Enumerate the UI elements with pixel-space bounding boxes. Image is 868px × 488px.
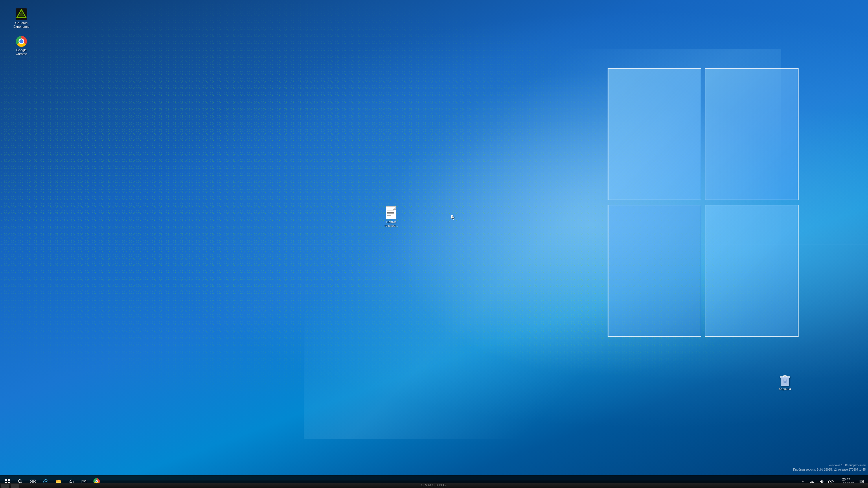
samsung-brand-label: SAMSUNG [421,483,447,487]
monitor-controls [1,484,19,488]
geforce-icon: NVIDIA [16,8,27,20]
clock-time: 20:47 [842,477,850,482]
geforce-icon-svg: NVIDIA [16,8,27,20]
text-file-label: Новыйтекстов... [384,220,398,228]
desktop-icons-area: NVIDIA GeForce Experience Google Chrome [9,5,34,60]
text-line-1 [387,210,394,211]
svg-rect-19 [33,480,35,481]
chrome-center-dot [95,480,98,483]
svg-rect-12 [5,479,7,481]
text-line-2 [387,212,394,213]
chrome-label: Google Chrome [12,48,31,56]
geforce-label: GeForce Experience [12,21,31,29]
desktop-icon-geforce[interactable]: NVIDIA GeForce Experience [11,7,32,30]
svg-text:NVIDIA: NVIDIA [18,16,25,19]
win-logo-pane-tl [608,68,701,200]
recycle-bin-svg: ♻ [779,374,791,387]
chrome-icon-wrapper [16,36,27,47]
svg-line-9 [787,380,787,385]
svg-text:♻: ♻ [784,380,786,384]
win-logo-pane-br [705,205,799,337]
desktop-recycle-bin[interactable]: ♻ Корзина [776,374,794,391]
desktop-icon-chrome[interactable]: Google Chrome [11,34,32,57]
text-file-lines [387,208,395,216]
monitor-bezel: SAMSUNG [0,483,868,488]
chrome-icon [16,36,27,47]
text-line-4 [387,215,391,216]
monitor-btn-1[interactable] [1,484,9,488]
svg-rect-13 [8,479,10,481]
text-file-icon [386,206,396,219]
desktop-text-file[interactable]: Новыйтекстов... [382,205,400,229]
desktop-screen: NVIDIA GeForce Experience Google Chrome … [0,0,868,488]
svg-rect-6 [783,376,786,377]
monitor-btn-2[interactable] [11,484,19,488]
win-logo-pane-bl [608,205,701,337]
recycle-bin-label: Корзина [779,387,791,391]
svg-rect-28 [860,480,863,483]
windows-logo [608,68,799,337]
win-logo-pane-tr [705,68,799,200]
text-line-3 [387,214,394,214]
recycle-bin-icon: ♻ [779,374,791,387]
svg-rect-18 [31,480,33,481]
